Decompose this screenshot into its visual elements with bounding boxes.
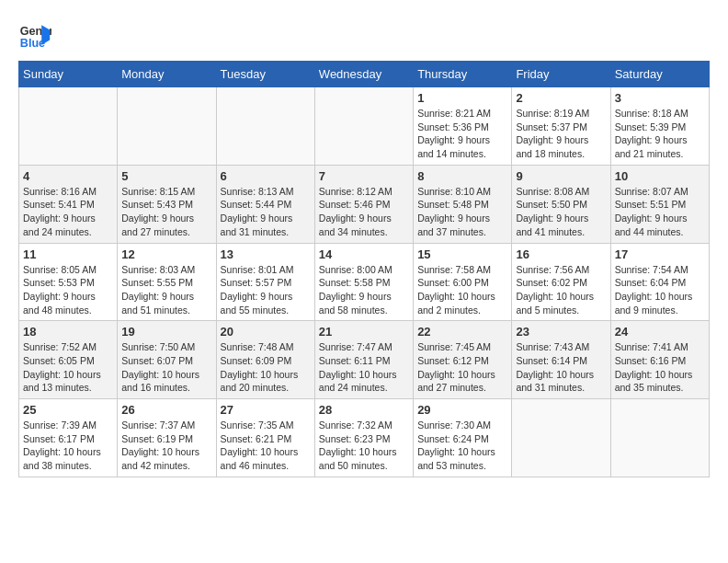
day-header-tuesday: Tuesday [216, 62, 314, 87]
day-number: 4 [23, 169, 113, 183]
day-info: Sunrise: 7:45 AM Sunset: 6:12 PM Dayligh… [417, 340, 507, 395]
day-number: 25 [23, 403, 113, 417]
day-info: Sunrise: 8:13 AM Sunset: 5:44 PM Dayligh… [221, 185, 311, 239]
calendar-cell: 15Sunrise: 7:58 AM Sunset: 6:00 PM Dayli… [414, 243, 512, 321]
day-number: 2 [516, 91, 606, 105]
day-info: Sunrise: 8:08 AM Sunset: 5:50 PM Dayligh… [516, 185, 606, 239]
svg-text:Blue: Blue [20, 37, 45, 50]
day-header-monday: Monday [118, 62, 216, 87]
day-info: Sunrise: 7:50 AM Sunset: 6:07 PM Dayligh… [121, 340, 211, 395]
day-number: 11 [23, 247, 113, 261]
day-number: 20 [221, 325, 311, 339]
calendar-cell: 20Sunrise: 7:48 AM Sunset: 6:09 PM Dayli… [216, 321, 314, 399]
calendar-cell: 24Sunrise: 7:41 AM Sunset: 6:16 PM Dayli… [610, 321, 709, 399]
calendar-cell: 23Sunrise: 7:43 AM Sunset: 6:14 PM Dayli… [512, 321, 610, 399]
day-number: 10 [615, 169, 705, 183]
calendar-cell: 18Sunrise: 7:52 AM Sunset: 6:05 PM Dayli… [19, 321, 118, 399]
calendar-cell: 28Sunrise: 7:32 AM Sunset: 6:23 PM Dayli… [314, 399, 413, 477]
calendar-cell: 16Sunrise: 7:56 AM Sunset: 6:02 PM Dayli… [512, 243, 610, 321]
day-number: 24 [615, 325, 705, 339]
day-number: 26 [121, 403, 211, 417]
day-info: Sunrise: 7:35 AM Sunset: 6:21 PM Dayligh… [221, 419, 311, 473]
calendar-cell [118, 87, 216, 166]
day-header-sunday: Sunday [19, 62, 118, 87]
day-header-friday: Friday [512, 62, 610, 87]
day-header-thursday: Thursday [414, 62, 512, 87]
day-number: 8 [417, 169, 507, 183]
day-number: 3 [615, 91, 705, 105]
day-number: 16 [516, 247, 606, 261]
day-info: Sunrise: 8:05 AM Sunset: 5:53 PM Dayligh… [23, 263, 113, 317]
calendar-week-row: 11Sunrise: 8:05 AM Sunset: 5:53 PM Dayli… [19, 243, 710, 321]
day-number: 23 [516, 325, 606, 339]
day-info: Sunrise: 8:16 AM Sunset: 5:41 PM Dayligh… [23, 185, 113, 239]
calendar-cell: 5Sunrise: 8:15 AM Sunset: 5:43 PM Daylig… [118, 165, 216, 243]
calendar-cell: 7Sunrise: 8:12 AM Sunset: 5:46 PM Daylig… [314, 165, 413, 243]
day-number: 6 [221, 169, 311, 183]
calendar-cell [314, 87, 413, 166]
day-info: Sunrise: 8:18 AM Sunset: 5:39 PM Dayligh… [615, 107, 705, 161]
calendar-cell: 8Sunrise: 8:10 AM Sunset: 5:48 PM Daylig… [414, 165, 512, 243]
day-info: Sunrise: 8:10 AM Sunset: 5:48 PM Dayligh… [417, 185, 507, 239]
day-info: Sunrise: 7:47 AM Sunset: 6:11 PM Dayligh… [319, 340, 409, 395]
day-number: 15 [417, 247, 507, 261]
header: General Blue [18, 18, 710, 52]
day-info: Sunrise: 7:52 AM Sunset: 6:05 PM Dayligh… [23, 340, 113, 395]
calendar-cell: 4Sunrise: 8:16 AM Sunset: 5:41 PM Daylig… [19, 165, 118, 243]
calendar: SundayMondayTuesdayWednesdayThursdayFrid… [18, 61, 710, 477]
day-number: 1 [417, 91, 507, 105]
day-info: Sunrise: 7:37 AM Sunset: 6:19 PM Dayligh… [121, 419, 211, 473]
day-info: Sunrise: 7:41 AM Sunset: 6:16 PM Dayligh… [615, 340, 705, 395]
day-number: 13 [221, 247, 311, 261]
day-number: 18 [23, 325, 113, 339]
calendar-cell: 27Sunrise: 7:35 AM Sunset: 6:21 PM Dayli… [216, 399, 314, 477]
calendar-cell: 13Sunrise: 8:01 AM Sunset: 5:57 PM Dayli… [216, 243, 314, 321]
day-info: Sunrise: 7:32 AM Sunset: 6:23 PM Dayligh… [319, 419, 409, 473]
calendar-cell: 1Sunrise: 8:21 AM Sunset: 5:36 PM Daylig… [414, 87, 512, 166]
day-info: Sunrise: 7:39 AM Sunset: 6:17 PM Dayligh… [23, 419, 113, 473]
day-number: 9 [516, 169, 606, 183]
day-info: Sunrise: 7:48 AM Sunset: 6:09 PM Dayligh… [221, 340, 311, 395]
day-number: 14 [319, 247, 409, 261]
calendar-week-row: 25Sunrise: 7:39 AM Sunset: 6:17 PM Dayli… [19, 399, 710, 477]
day-info: Sunrise: 7:54 AM Sunset: 6:04 PM Dayligh… [615, 263, 705, 317]
day-info: Sunrise: 8:01 AM Sunset: 5:57 PM Dayligh… [221, 263, 311, 317]
calendar-cell: 22Sunrise: 7:45 AM Sunset: 6:12 PM Dayli… [414, 321, 512, 399]
calendar-cell: 21Sunrise: 7:47 AM Sunset: 6:11 PM Dayli… [314, 321, 413, 399]
day-number: 17 [615, 247, 705, 261]
day-info: Sunrise: 7:30 AM Sunset: 6:24 PM Dayligh… [417, 419, 507, 473]
logo-icon: General Blue [18, 18, 51, 52]
day-number: 28 [319, 403, 409, 417]
calendar-cell: 14Sunrise: 8:00 AM Sunset: 5:58 PM Dayli… [314, 243, 413, 321]
logo: General Blue [18, 18, 55, 52]
day-number: 5 [121, 169, 211, 183]
calendar-cell: 29Sunrise: 7:30 AM Sunset: 6:24 PM Dayli… [414, 399, 512, 477]
day-number: 12 [121, 247, 211, 261]
day-number: 19 [121, 325, 211, 339]
day-info: Sunrise: 8:00 AM Sunset: 5:58 PM Dayligh… [319, 263, 409, 317]
day-info: Sunrise: 8:12 AM Sunset: 5:46 PM Dayligh… [319, 185, 409, 239]
calendar-week-row: 4Sunrise: 8:16 AM Sunset: 5:41 PM Daylig… [19, 165, 710, 243]
day-number: 27 [221, 403, 311, 417]
calendar-cell: 12Sunrise: 8:03 AM Sunset: 5:55 PM Dayli… [118, 243, 216, 321]
calendar-cell: 2Sunrise: 8:19 AM Sunset: 5:37 PM Daylig… [512, 87, 610, 166]
calendar-cell: 3Sunrise: 8:18 AM Sunset: 5:39 PM Daylig… [610, 87, 709, 166]
day-number: 21 [319, 325, 409, 339]
calendar-week-row: 18Sunrise: 7:52 AM Sunset: 6:05 PM Dayli… [19, 321, 710, 399]
day-number: 22 [417, 325, 507, 339]
day-info: Sunrise: 7:43 AM Sunset: 6:14 PM Dayligh… [516, 340, 606, 395]
calendar-cell: 25Sunrise: 7:39 AM Sunset: 6:17 PM Dayli… [19, 399, 118, 477]
calendar-cell [610, 399, 709, 477]
day-header-wednesday: Wednesday [314, 62, 413, 87]
day-info: Sunrise: 8:19 AM Sunset: 5:37 PM Dayligh… [516, 107, 606, 161]
calendar-cell: 6Sunrise: 8:13 AM Sunset: 5:44 PM Daylig… [216, 165, 314, 243]
calendar-cell: 11Sunrise: 8:05 AM Sunset: 5:53 PM Dayli… [19, 243, 118, 321]
day-info: Sunrise: 7:56 AM Sunset: 6:02 PM Dayligh… [516, 263, 606, 317]
calendar-cell [512, 399, 610, 477]
day-number: 29 [417, 403, 507, 417]
calendar-cell: 19Sunrise: 7:50 AM Sunset: 6:07 PM Dayli… [118, 321, 216, 399]
day-info: Sunrise: 8:21 AM Sunset: 5:36 PM Dayligh… [417, 107, 507, 161]
calendar-cell: 9Sunrise: 8:08 AM Sunset: 5:50 PM Daylig… [512, 165, 610, 243]
day-number: 7 [319, 169, 409, 183]
day-info: Sunrise: 7:58 AM Sunset: 6:00 PM Dayligh… [417, 263, 507, 317]
